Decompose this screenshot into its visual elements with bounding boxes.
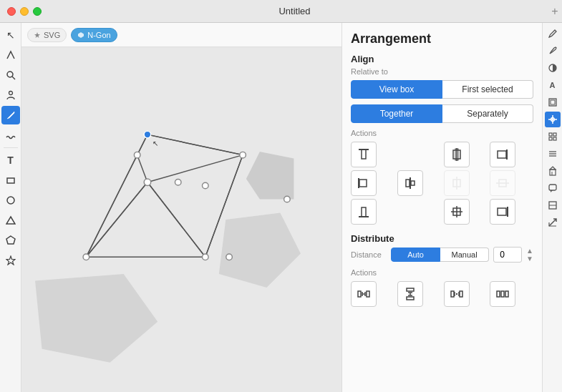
text-tool-right[interactable]: A [545,77,561,93]
svg-line-16 [147,182,205,258]
export-right-tool[interactable] [545,215,561,230]
svg-badge[interactable]: SVG [27,28,67,42]
node-tool[interactable] [1,46,20,64]
distance-input[interactable] [493,247,522,263]
node-handle-mr[interactable] [203,182,209,189]
svg-rect-39 [362,207,366,217]
dist-equal-btn[interactable] [490,281,515,307]
grid-right-tool[interactable] [545,129,561,144]
text-tool[interactable]: T [1,151,20,170]
auto-btn[interactable]: Auto [391,248,440,262]
toolbar-strip: SVG N-Gon [21,23,341,47]
actions-label: Actions [351,129,533,137]
brush-tool-right[interactable] [545,26,561,41]
move-crosshair-tool[interactable] [545,112,561,127]
svg-marker-11 [219,212,301,288]
relative-to-label: Relative to [351,67,533,76]
dist-v-center-btn[interactable] [397,281,423,307]
window-controls [0,7,42,16]
svg-marker-7 [6,256,15,265]
triangle-tool[interactable] [1,211,20,230]
node-handle-br[interactable] [203,254,209,260]
align-center-both-btn[interactable] [444,199,470,225]
align-left-btn[interactable] [351,170,377,196]
pen-tool-right[interactable] [545,43,561,59]
star-tool[interactable] [1,251,20,270]
svg-point-0 [7,72,13,77]
comment-right-tool[interactable] [545,180,561,196]
svg-rect-70 [549,133,552,136]
align-btn-4[interactable] [490,170,515,196]
align-actions-grid [351,142,533,225]
svg-rect-51 [407,288,414,291]
svg-point-4 [7,197,14,204]
svg-rect-46 [358,291,361,297]
first-selected-btn[interactable]: First selected [442,80,533,99]
align-center-h-btn[interactable] [444,142,470,167]
ngon-badge[interactable]: N-Gon [71,28,117,42]
person-tool[interactable] [1,86,20,104]
maximize-button[interactable] [33,7,42,16]
node-handle-right[interactable] [284,196,291,202]
titlebar: Untitled + [0,0,562,23]
new-tab-button[interactable]: + [548,4,562,19]
main-layout: ↖ T [0,23,562,392]
frame-tool-right[interactable] [545,94,561,110]
canvas[interactable]: ↖ [21,47,341,392]
pen-tool[interactable] [1,106,20,124]
svg-marker-10 [35,274,158,363]
svg-rect-73 [553,137,556,140]
cursor-indicator: ↖ [152,139,158,147]
svg-line-17 [86,182,147,258]
svg-marker-9 [78,32,84,38]
node-handle-bm[interactable] [226,254,233,260]
select-tool[interactable]: ↖ [1,26,20,44]
node-handle-center[interactable] [144,179,151,186]
svg-rect-56 [451,291,454,297]
wave-tool[interactable] [1,126,20,144]
contrast-tool-right[interactable] [545,60,561,76]
svg-rect-66 [551,100,555,104]
circle-tool[interactable] [1,191,20,210]
dist-h-spacing-btn[interactable] [351,281,377,307]
close-button[interactable] [7,7,16,16]
polygon-tool[interactable] [1,231,20,250]
together-btn[interactable]: Together [351,104,442,123]
building-right-tool[interactable] [545,163,561,179]
svg-line-18 [86,155,137,258]
svg-rect-80 [549,185,556,190]
svg-line-20 [147,155,243,182]
distribute-title: Distribute [351,233,533,244]
manual-btn[interactable]: Manual [440,248,489,262]
view-box-btn[interactable]: View box [351,80,442,99]
svg-rect-63 [505,291,508,297]
svg-point-2 [9,92,12,95]
node-handle-tr[interactable] [240,152,246,158]
dist-h-center-btn[interactable] [444,281,470,307]
svg-rect-52 [407,297,414,300]
node-handle-mc[interactable] [175,179,181,185]
zoom-tool[interactable] [1,66,20,84]
lines-right-tool[interactable] [545,146,561,162]
svg-marker-81 [551,190,553,192]
separately-btn[interactable]: Separately [442,104,533,123]
grid2-right-tool[interactable] [545,197,561,213]
align-center-v-btn[interactable] [397,170,423,196]
align-btn-3[interactable] [444,170,470,196]
minimize-button[interactable] [20,7,29,16]
node-handle-tl[interactable] [134,152,140,158]
node-handle-bl[interactable] [83,254,89,260]
svg-rect-32 [406,180,410,187]
svg-rect-79 [551,172,553,175]
align-right-edge-btn[interactable] [490,199,515,225]
align-right-v-btn[interactable] [490,142,515,167]
rect-tool[interactable] [1,171,20,190]
together-group: Together Separately [351,104,533,123]
svg-rect-61 [497,291,500,297]
svg-rect-30 [359,180,367,187]
node-handle-top[interactable] [144,131,151,138]
align-top-btn[interactable] [351,142,377,167]
align-bottom-btn[interactable] [351,199,377,225]
svg-rect-33 [411,181,415,185]
panel-title: Arrangement [351,31,533,46]
